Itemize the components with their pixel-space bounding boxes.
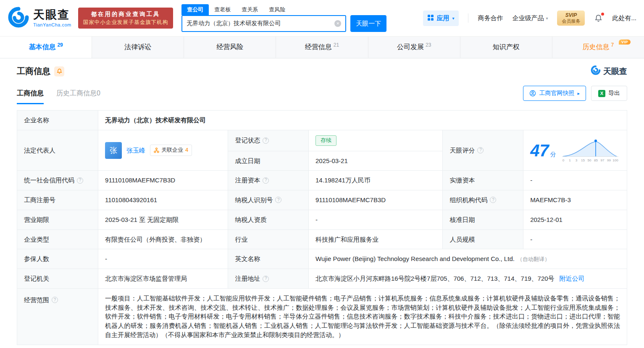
chevron-down-icon: ▾ <box>546 16 548 21</box>
subtab-label: 工商信息 <box>17 90 44 97</box>
field-label-authority: 登记机关 <box>17 269 98 289</box>
address-cell: 北京市海淀区小月河东畔路16号院2号楼7层705、706、712、713、714… <box>309 269 627 289</box>
notification-bell[interactable] <box>594 14 603 23</box>
tab-operating-risk[interactable]: 经营风险 <box>184 37 276 58</box>
table-row: 法定代表人 张 张玉峰 关联企业 4 <box>17 130 627 151</box>
search-tab-risk[interactable]: 查风险 <box>263 4 291 15</box>
legal-rep-link[interactable]: 张玉峰 <box>126 146 145 155</box>
approval-date-value: 2025-12-01 <box>523 210 627 229</box>
company-type-value: 有限责任公司（外商投资、非独资） <box>98 229 228 249</box>
field-label-reg-status: 登记状态 ? <box>228 130 309 151</box>
search-input[interactable] <box>187 20 334 27</box>
export-label: 导出 <box>608 90 620 97</box>
tab-operating-info[interactable]: 经营信息 21 <box>276 37 368 58</box>
score-cell: 47分 0 1 3 15 50 <box>523 130 627 171</box>
help-icon[interactable]: ? <box>52 297 58 303</box>
avatar[interactable]: 张 <box>105 142 122 159</box>
industry-value: 科技推广和应用服务业 <box>309 229 443 249</box>
subtab-history-business-info[interactable]: 历史工商信息0 <box>56 89 100 104</box>
section-title-row: 工商信息 <box>17 66 64 77</box>
search-tab-relation[interactable]: 查关系 <box>236 4 263 15</box>
svip-top-label: SVIP <box>562 12 580 18</box>
official-snapshot-button[interactable]: 工商官网快照 ▸ <box>523 86 586 101</box>
table-row: 营业期限 2025-03-21 至 无固定期限 纳税人资质 - 核准日期 202… <box>17 210 627 229</box>
promo-badge: 都在用的商业查询工具 国家中小企业发展子基金旗下机构 <box>78 8 173 29</box>
insured-count-value: - <box>98 249 228 269</box>
subtab-business-info[interactable]: 工商信息 <box>17 89 44 104</box>
help-icon[interactable]: ? <box>275 197 281 203</box>
field-label-term: 营业期限 <box>17 210 98 229</box>
svip-bottom-label: 会员服务 <box>562 18 580 24</box>
field-label-credit-code: 统一社会信用代码 ? <box>17 171 98 190</box>
tab-label: 法律诉讼 <box>124 43 151 52</box>
excel-icon: X <box>598 90 605 97</box>
watermark-logo: 天眼查 <box>591 65 627 77</box>
search-tab-company[interactable]: 查公司 <box>181 4 209 15</box>
field-label-company-name: 企业名称 <box>17 111 98 130</box>
authority-value: 北京市海淀区市场监督管理局 <box>98 269 228 289</box>
svg-text:50: 50 <box>587 158 591 162</box>
help-icon[interactable]: ? <box>263 137 269 144</box>
tab-history-info[interactable]: 历史信息 7 VIP <box>552 37 644 58</box>
field-label-establish-date: 成立日期 <box>228 151 309 171</box>
search-button[interactable]: 天眼一下 <box>350 15 386 32</box>
tab-legal-litigation[interactable]: 法律诉讼 <box>92 37 184 58</box>
field-label-industry: 行业 <box>228 229 309 249</box>
help-icon[interactable]: ? <box>490 197 496 203</box>
snapshot-label: 工商官网快照 <box>539 90 574 97</box>
svip-badge[interactable]: SVIP 会员服务 <box>557 11 585 26</box>
search-tab-boss[interactable]: 查老板 <box>209 4 236 15</box>
field-label-address: 注册地址 ? <box>228 269 309 289</box>
tab-count: 7 <box>611 42 614 48</box>
apps-label: 应用 <box>436 14 449 22</box>
help-icon[interactable]: ? <box>263 177 269 184</box>
field-label-insured-count: 参保人数 <box>17 249 98 269</box>
tab-label: 公司发展 <box>397 43 424 52</box>
snapshot-badge-icon <box>529 90 536 97</box>
header-nav: 应用 ▾ 商务合作 企业级产品 ▾ SVIP 会员服务 此处有... <box>423 11 636 26</box>
table-row: 工商注册号 110108043920161 纳税人识别号 ? 91110108M… <box>17 190 627 210</box>
org-code-value: MAEFMC7B-3 <box>523 190 627 210</box>
nearby-companies-link[interactable]: 附近公司 <box>560 275 585 282</box>
tab-intellectual-property[interactable]: 知识产权 <box>460 37 552 58</box>
svg-text:100: 100 <box>612 158 618 162</box>
svg-text:99: 99 <box>607 158 611 162</box>
help-icon[interactable]: ? <box>263 276 269 282</box>
search-tabs: 查公司 查老板 查关系 查风险 <box>181 4 386 15</box>
auto-translate-note: （自动翻译） <box>517 256 550 262</box>
promo-line1: 都在用的商业查询工具 <box>83 11 168 18</box>
svg-text:85: 85 <box>594 158 598 162</box>
org-chart-icon <box>154 148 159 153</box>
related-companies-badge[interactable]: 关联企业 4 <box>150 145 192 156</box>
field-label-score: 天眼评分 ? <box>443 130 523 171</box>
svg-text:1: 1 <box>569 158 571 162</box>
subscribe-bell-button[interactable] <box>54 66 64 76</box>
nav-more[interactable]: 此处有... <box>612 14 636 22</box>
export-button[interactable]: X 导出 <box>591 86 627 101</box>
credit-code-value: 91110108MAEFMC7B3D <box>98 171 228 190</box>
top-header: 天眼查 TianYanCha.com 都在用的商业查询工具 国家中小企业发展子基… <box>0 0 644 36</box>
field-label-en-name: 英文名称 <box>228 249 309 269</box>
tab-basic-info[interactable]: 基本信息 29 <box>0 37 92 58</box>
table-row: 企业名称 无界动力（北京）技术研发有限公司 <box>17 111 627 130</box>
clear-icon[interactable]: ✕ <box>334 20 341 27</box>
main-tabbar: 基本信息 29 法律诉讼 经营风险 经营信息 21 公司发展 23 知识产权 历… <box>0 36 644 58</box>
tab-label: 基本信息 <box>29 43 55 52</box>
table-row: 企业类型 有限责任公司（外商投资、非独资） 行业 科技推广和应用服务业 人员规模… <box>17 229 627 249</box>
help-icon[interactable]: ? <box>477 147 484 153</box>
nav-cooperation[interactable]: 商务合作 <box>478 14 503 22</box>
svg-text:15: 15 <box>581 158 585 162</box>
bell-icon <box>56 68 63 74</box>
table-row: 统一社会信用代码 ? 91110108MAEFMC7B3D 注册资本 ? 14.… <box>17 171 627 190</box>
tab-company-development[interactable]: 公司发展 23 <box>368 37 460 58</box>
nav-enterprise[interactable]: 企业级产品 ▾ <box>512 14 548 22</box>
field-label-company-type: 企业类型 <box>17 229 98 249</box>
page-title: 工商信息 <box>17 66 50 77</box>
tianyancha-logo[interactable]: 天眼查 TianYanCha.com <box>8 6 71 30</box>
vip-tag: VIP <box>619 40 631 45</box>
table-row: 参保人数 - 英文名称 Wujie Power (Beijing) Techno… <box>17 249 627 269</box>
field-label-approval-date: 核准日期 <box>443 210 523 229</box>
score-value: 47分 <box>530 142 556 159</box>
apps-menu[interactable]: 应用 ▾ <box>423 11 459 26</box>
help-icon[interactable]: ? <box>77 177 83 184</box>
